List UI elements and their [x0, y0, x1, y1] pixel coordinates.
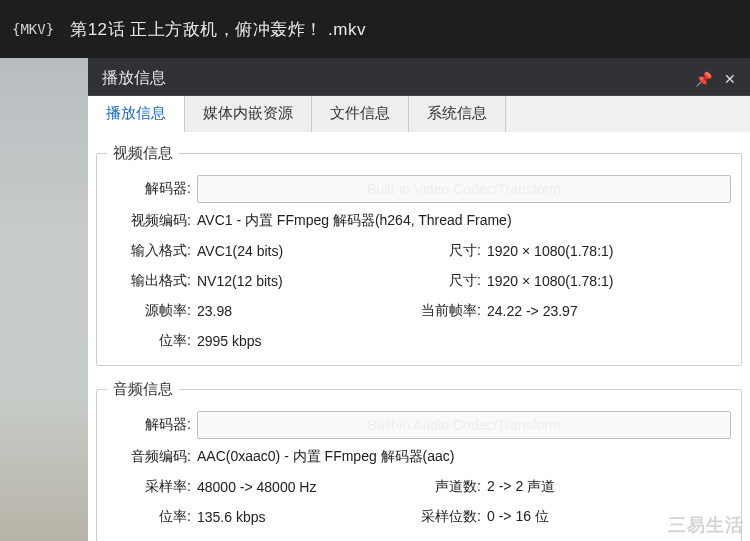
video-info-group: 视频信息 解码器: Built-in Video Codec/Transform… [96, 144, 742, 366]
audio-codec-value: AAC(0xaac0) - 内置 FFmpeg 解码器(aac) [197, 448, 455, 466]
video-decoder-label: 解码器: [107, 180, 191, 198]
window-filename: 第12话 正上方敌机，俯冲轰炸！ .mkv [70, 18, 366, 41]
video-input-format-label: 输入格式: [107, 242, 191, 260]
tab-bar: 播放信息 媒体内嵌资源 文件信息 系统信息 [88, 95, 750, 132]
close-icon[interactable]: ✕ [724, 71, 736, 87]
audio-samplerate-value: 48000 -> 48000 Hz [197, 479, 316, 495]
video-codec-label: 视频编码: [107, 212, 191, 230]
video-current-fps-value: 24.22 -> 23.97 [487, 303, 578, 319]
audio-bitrate-value: 135.6 kbps [197, 509, 266, 525]
video-decoder-button[interactable]: Built-in Video Codec/Transform [197, 175, 731, 203]
video-output-format-label: 输出格式: [107, 272, 191, 290]
audio-bitrate-label: 位率: [107, 508, 191, 526]
video-output-format-value: NV12(12 bits) [197, 273, 283, 289]
audio-info-group: 音频信息 解码器: Built-in Audio Codec/Transform… [96, 380, 742, 541]
format-tag: {MKV} [12, 21, 54, 37]
tab-embedded-resources[interactable]: 媒体内嵌资源 [185, 96, 312, 132]
video-source-fps-label: 源帧率: [107, 302, 191, 320]
video-bitrate-value: 2995 kbps [197, 333, 262, 349]
video-output-size-label: 尺寸: [417, 272, 481, 290]
video-current-fps-label: 当前帧率: [417, 302, 481, 320]
audio-bits-value: 0 -> 16 位 [487, 508, 549, 526]
audio-decoder-button[interactable]: Built-in Audio Codec/Transform [197, 411, 731, 439]
audio-channels-label: 声道数: [417, 478, 481, 496]
video-source-fps-value: 23.98 [197, 303, 232, 319]
audio-codec-label: 音频编码: [107, 448, 191, 466]
window-titlebar[interactable]: {MKV} 第12话 正上方敌机，俯冲轰炸！ .mkv [0, 0, 750, 58]
tab-playback-info[interactable]: 播放信息 [88, 96, 185, 133]
audio-info-legend: 音频信息 [107, 380, 179, 399]
audio-decoder-label: 解码器: [107, 416, 191, 434]
audio-samplerate-label: 采样率: [107, 478, 191, 496]
audio-bits-label: 采样位数: [417, 508, 481, 526]
video-codec-value: AVC1 - 内置 FFmpeg 解码器(h264, Thread Frame) [197, 212, 512, 230]
tab-content: 视频信息 解码器: Built-in Video Codec/Transform… [88, 132, 750, 541]
video-output-size-value: 1920 × 1080(1.78:1) [487, 273, 614, 289]
pin-icon[interactable]: 📌 [695, 71, 712, 87]
video-input-format-value: AVC1(24 bits) [197, 243, 283, 259]
video-input-size-label: 尺寸: [417, 242, 481, 260]
tab-file-info[interactable]: 文件信息 [312, 96, 409, 132]
audio-channels-value: 2 -> 2 声道 [487, 478, 555, 496]
playback-info-panel: 播放信息 📌 ✕ 播放信息 媒体内嵌资源 文件信息 系统信息 视频信息 解码器:… [88, 58, 750, 541]
tab-system-info[interactable]: 系统信息 [409, 96, 506, 132]
panel-title: 播放信息 [102, 68, 166, 89]
video-preview-strip [0, 58, 88, 541]
video-input-size-value: 1920 × 1080(1.78:1) [487, 243, 614, 259]
video-bitrate-label: 位率: [107, 332, 191, 350]
video-info-legend: 视频信息 [107, 144, 179, 163]
